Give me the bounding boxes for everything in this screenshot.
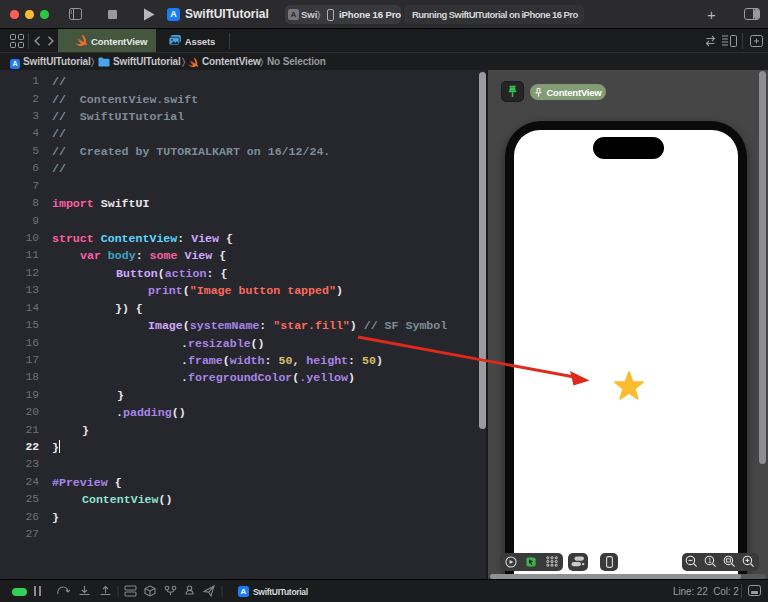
svg-text:1: 1 [708,557,712,564]
